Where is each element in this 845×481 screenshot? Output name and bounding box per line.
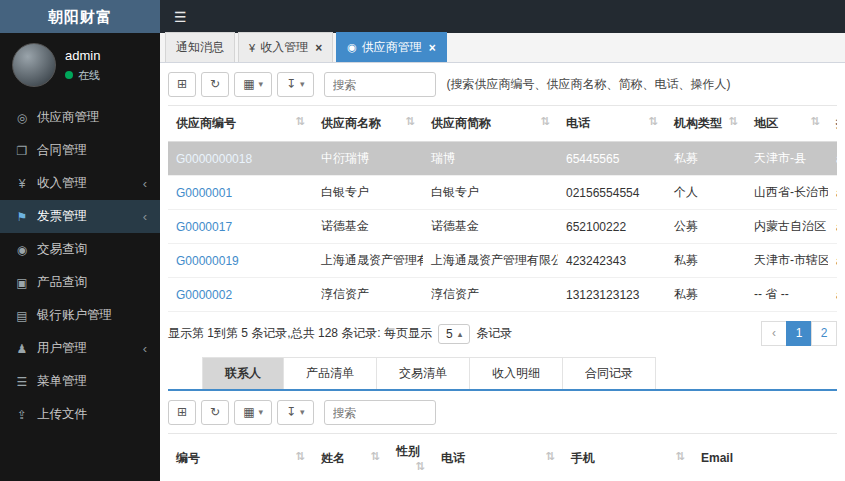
supplier-id-link[interactable]: G0000001 <box>176 186 232 200</box>
sidebar-item-contract-mgmt[interactable]: ❐ 合同管理 <box>0 134 160 167</box>
sidebar-item-upload-file[interactable]: ⇪ 上传文件 <box>0 398 160 431</box>
sidebar-item-invoice-mgmt[interactable]: ⚑ 发票管理 ‹ <box>0 200 160 233</box>
trade-icon: ◉ <box>13 243 31 257</box>
col-operator[interactable]: 操作人 <box>828 106 837 142</box>
close-icon[interactable]: × <box>315 41 322 55</box>
export-icon: ↧ <box>286 405 296 419</box>
sort-icon: ⇅ <box>729 115 738 128</box>
tab-income-mgmt[interactable]: ¥ 收入管理 × <box>238 32 333 62</box>
tab-notifications[interactable]: 通知消息 <box>165 32 235 62</box>
supplier-id-link[interactable]: G0000000018 <box>176 152 252 166</box>
suppliers-header-row: 供应商编号⇅ 供应商名称⇅ 供应商简称⇅ 电话⇅ 机构类型⇅ 地区⇅ 操作人 <box>168 106 837 142</box>
sidebar-item-label: 产品查询 <box>37 274 87 291</box>
page-1-button[interactable]: 1 <box>786 321 812 346</box>
supplier-icon: ◎ <box>13 111 31 125</box>
menu-icon: ☰ <box>13 375 31 389</box>
subtab-income-detail[interactable]: 收入明细 <box>469 357 563 389</box>
sort-icon: ⇅ <box>649 115 658 128</box>
hamburger-icon[interactable]: ☰ <box>174 9 187 25</box>
columns-icon: ▦ <box>243 405 254 419</box>
upload-icon: ⇪ <box>13 408 31 422</box>
page-2-button[interactable]: 2 <box>811 321 837 346</box>
prev-page-button[interactable]: ‹ <box>761 321 787 346</box>
columns-icon: ▦ <box>243 77 254 91</box>
sidebar-item-income-mgmt[interactable]: ¥ 收入管理 ‹ <box>0 167 160 200</box>
sidebar-item-label: 供应商管理 <box>37 109 100 126</box>
col-mobile[interactable]: 手机⇅ <box>563 434 693 481</box>
col-supplier-name[interactable]: 供应商名称⇅ <box>313 106 423 142</box>
suppliers-table: 供应商编号⇅ 供应商名称⇅ 供应商简称⇅ 电话⇅ 机构类型⇅ 地区⇅ 操作人 G… <box>168 106 837 312</box>
sidebar-item-supplier-mgmt[interactable]: ◎ 供应商管理 <box>0 101 160 134</box>
sidebar-item-label: 合同管理 <box>37 142 87 159</box>
col-supplier-id[interactable]: 供应商编号⇅ <box>168 106 313 142</box>
sidebar-item-label: 银行账户管理 <box>37 307 112 324</box>
page-size-dropdown[interactable]: 5 ▴ <box>438 324 470 344</box>
close-icon[interactable]: × <box>429 41 436 55</box>
tab-label: 通知消息 <box>176 39 224 56</box>
table-row[interactable]: G0000000018 中衍瑞博 瑞博 65445565 私募 天津市-县 a <box>168 142 837 176</box>
user-name: admin <box>65 48 100 63</box>
chevron-left-icon: ‹ <box>143 176 147 191</box>
caret-down-icon: ▾ <box>258 79 263 90</box>
caret-down-icon: ▾ <box>300 407 305 418</box>
toggle-view-icon: ⊞ <box>177 405 187 419</box>
sidebar-item-user-mgmt[interactable]: ♟ 用户管理 ‹ <box>0 332 160 365</box>
refresh-icon: ↻ <box>210 405 220 419</box>
subtab-contract-records[interactable]: 合同记录 <box>562 357 656 389</box>
refresh-button[interactable]: ↻ <box>201 400 229 424</box>
contacts-search-input[interactable] <box>324 400 436 425</box>
table-row[interactable]: G0000017 诺德基金 诺德基金 652100222 公募 内蒙古自治区 a <box>168 210 837 244</box>
col-name[interactable]: 姓名⇅ <box>313 434 388 481</box>
supplier-id-link[interactable]: G0000002 <box>176 288 232 302</box>
table-row[interactable]: G0000002 淳信资产 淳信资产 13123123123 私募 -- 省 -… <box>168 278 837 312</box>
sidebar-item-label: 发票管理 <box>37 208 87 225</box>
col-phone[interactable]: 电话⇅ <box>558 106 666 142</box>
tab-supplier-mgmt[interactable]: ◉ 供应商管理 × <box>336 32 447 62</box>
sidebar-item-menu-mgmt[interactable]: ☰ 菜单管理 <box>0 365 160 398</box>
tab-label: 收入管理 <box>260 39 308 56</box>
sidebar-item-bank-account-mgmt[interactable]: ▤ 银行账户管理 <box>0 299 160 332</box>
sidebar: 朝阳财富 admin 在线 ◎ 供应商管理 ❐ 合同管理 ¥ 收入管理 ‹ ⚑ … <box>0 0 160 481</box>
subtab-contacts[interactable]: 联系人 <box>202 357 284 389</box>
search-hint: (搜索供应商编号、供应商名称、简称、电话、操作人) <box>447 76 731 93</box>
toggle-view-button[interactable]: ⊞ <box>168 400 196 424</box>
columns-button[interactable]: ▦ ▾ <box>234 72 272 96</box>
export-button[interactable]: ↧ ▾ <box>277 72 314 96</box>
sort-icon: ⇅ <box>676 450 685 463</box>
refresh-button[interactable]: ↻ <box>201 72 229 96</box>
invoice-icon: ⚑ <box>13 210 31 224</box>
subtab-trades[interactable]: 交易清单 <box>376 357 470 389</box>
col-email[interactable]: Email <box>693 434 837 481</box>
suppliers-search-input[interactable] <box>324 72 436 97</box>
sidebar-item-label: 用户管理 <box>37 340 87 357</box>
col-region[interactable]: 地区⇅ <box>746 106 828 142</box>
col-supplier-short[interactable]: 供应商简称⇅ <box>423 106 558 142</box>
subtab-products[interactable]: 产品清单 <box>283 357 377 389</box>
sort-icon: ⇅ <box>416 460 425 473</box>
user-status: 在线 <box>65 68 100 83</box>
sidebar-item-product-query[interactable]: ▣ 产品查询 <box>0 266 160 299</box>
sidebar-item-label: 上传文件 <box>37 406 87 423</box>
sort-icon: ⇅ <box>546 450 555 463</box>
col-org-type[interactable]: 机构类型⇅ <box>666 106 746 142</box>
sort-icon: ⇅ <box>541 115 550 128</box>
sidebar-item-trade-query[interactable]: ◉ 交易查询 <box>0 233 160 266</box>
columns-button[interactable]: ▦ ▾ <box>234 400 272 424</box>
supplier-id-link[interactable]: G00000019 <box>176 254 239 268</box>
table-row[interactable]: G00000019 上海通晟资产管理有限公司 上海通晟资产管理有限公司 4232… <box>168 244 837 278</box>
export-button[interactable]: ↧ ▾ <box>277 400 314 424</box>
contacts-header-row: 编号⇅ 姓名⇅ 性别⇅ 电话⇅ 手机⇅ Email <box>168 434 837 481</box>
supplier-id-link[interactable]: G0000017 <box>176 220 232 234</box>
sort-icon: ⇅ <box>406 115 415 128</box>
user-icon: ♟ <box>13 342 31 356</box>
sidebar-menu: ◎ 供应商管理 ❐ 合同管理 ¥ 收入管理 ‹ ⚑ 发票管理 ‹ ◉ 交易查询 … <box>0 101 160 431</box>
pagination-info: 显示第 1到第 5 条记录,总共 128 条记录: 每页显示 <box>168 325 432 342</box>
toggle-view-button[interactable]: ⊞ <box>168 72 196 96</box>
table-row[interactable]: G0000001 白银专户 白银专户 02156554554 个人 山西省-长治… <box>168 176 837 210</box>
detail-subtabs: 联系人 产品清单 交易清单 收入明细 合同记录 <box>168 357 837 391</box>
col-contact-id[interactable]: 编号⇅ <box>168 434 313 481</box>
caret-up-icon: ▴ <box>458 329 463 339</box>
col-phone[interactable]: 电话⇅ <box>433 434 563 481</box>
pagination-info-suffix: 条记录 <box>476 325 512 342</box>
col-gender[interactable]: 性别⇅ <box>388 434 433 481</box>
